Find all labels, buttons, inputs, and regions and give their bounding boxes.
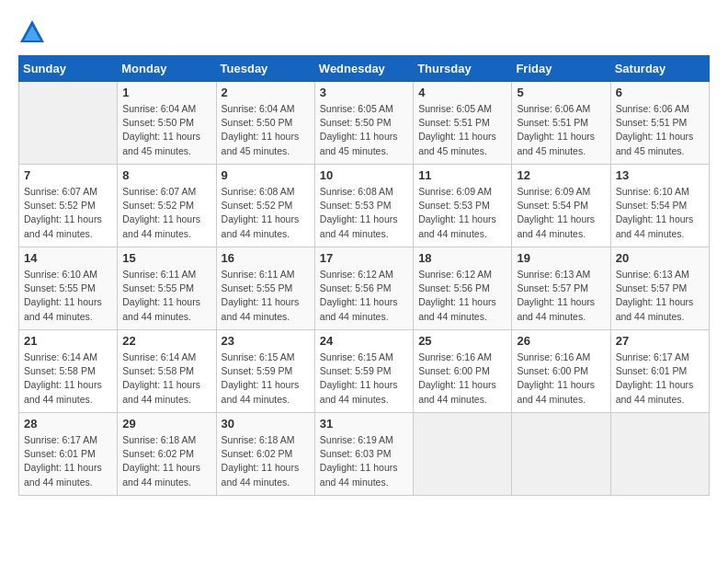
day-info: Sunrise: 6:15 AM Sunset: 5:59 PM Dayligh… [222,350,310,407]
day-number: 27 [616,334,704,348]
calendar-cell: 27Sunrise: 6:17 AM Sunset: 6:01 PM Dayli… [610,330,709,413]
day-info: Sunrise: 6:13 AM Sunset: 5:57 PM Dayligh… [616,268,704,324]
calendar-cell: 18Sunrise: 6:12 AM Sunset: 5:56 PM Dayli… [414,247,512,330]
day-number: 9 [222,168,310,182]
day-number: 1 [122,86,210,99]
day-info: Sunrise: 6:04 AM Sunset: 5:50 PM Dayligh… [122,102,210,158]
calendar-cell: 6Sunrise: 6:06 AM Sunset: 5:51 PM Daylig… [610,82,709,165]
day-info: Sunrise: 6:09 AM Sunset: 5:53 PM Dayligh… [418,185,506,241]
day-number: 7 [24,168,112,182]
day-info: Sunrise: 6:08 AM Sunset: 5:52 PM Dayligh… [222,185,310,241]
calendar-cell: 11Sunrise: 6:09 AM Sunset: 5:53 PM Dayli… [414,165,512,247]
calendar-cell: 4Sunrise: 6:05 AM Sunset: 5:51 PM Daylig… [414,82,512,165]
day-info: Sunrise: 6:14 AM Sunset: 5:58 PM Dayligh… [122,350,210,407]
day-info: Sunrise: 6:07 AM Sunset: 5:52 PM Dayligh… [24,185,112,241]
calendar-cell: 9Sunrise: 6:08 AM Sunset: 5:52 PM Daylig… [216,165,314,247]
day-info: Sunrise: 6:16 AM Sunset: 6:00 PM Dayligh… [418,350,506,407]
weekday-header: Sunday [19,56,118,82]
day-info: Sunrise: 6:12 AM Sunset: 5:56 PM Dayligh… [320,268,408,324]
calendar-cell: 28Sunrise: 6:17 AM Sunset: 6:01 PM Dayli… [19,413,118,496]
day-number: 5 [517,86,605,99]
calendar-week-row: 21Sunrise: 6:14 AM Sunset: 5:58 PM Dayli… [19,330,710,413]
calendar-week-row: 1Sunrise: 6:04 AM Sunset: 5:50 PM Daylig… [19,82,710,165]
day-info: Sunrise: 6:10 AM Sunset: 5:54 PM Dayligh… [616,185,704,241]
calendar-cell: 21Sunrise: 6:14 AM Sunset: 5:58 PM Dayli… [19,330,118,413]
calendar-cell: 13Sunrise: 6:10 AM Sunset: 5:54 PM Dayli… [610,165,709,247]
day-number: 12 [517,168,605,182]
day-number: 15 [122,251,210,265]
day-info: Sunrise: 6:06 AM Sunset: 5:51 PM Dayligh… [517,102,605,158]
calendar-cell: 30Sunrise: 6:18 AM Sunset: 6:02 PM Dayli… [216,413,314,496]
day-info: Sunrise: 6:05 AM Sunset: 5:50 PM Dayligh… [320,102,408,158]
day-number: 8 [122,168,210,182]
day-number: 24 [320,334,408,348]
day-number: 13 [616,168,704,182]
day-number: 26 [517,334,605,348]
day-info: Sunrise: 6:14 AM Sunset: 5:58 PM Dayligh… [24,350,112,407]
calendar-cell [414,413,512,496]
day-number: 11 [418,168,506,182]
day-info: Sunrise: 6:12 AM Sunset: 5:56 PM Dayligh… [418,268,506,324]
day-info: Sunrise: 6:04 AM Sunset: 5:50 PM Dayligh… [222,102,310,158]
day-number: 14 [24,251,112,265]
calendar-cell: 2Sunrise: 6:04 AM Sunset: 5:50 PM Daylig… [216,82,314,165]
logo-icon [18,18,46,46]
calendar-cell: 23Sunrise: 6:15 AM Sunset: 5:59 PM Dayli… [216,330,314,413]
day-info: Sunrise: 6:18 AM Sunset: 6:02 PM Dayligh… [122,433,210,489]
weekday-header: Saturday [610,56,709,82]
weekday-header: Monday [118,56,216,82]
calendar-week-row: 7Sunrise: 6:07 AM Sunset: 5:52 PM Daylig… [19,165,710,247]
weekday-header: Friday [512,56,610,82]
day-info: Sunrise: 6:17 AM Sunset: 6:01 PM Dayligh… [24,433,112,489]
calendar-cell: 8Sunrise: 6:07 AM Sunset: 5:52 PM Daylig… [118,165,216,247]
day-info: Sunrise: 6:07 AM Sunset: 5:52 PM Dayligh… [122,185,210,241]
day-info: Sunrise: 6:13 AM Sunset: 5:57 PM Dayligh… [517,268,605,324]
calendar-table: SundayMondayTuesdayWednesdayThursdayFrid… [18,55,710,496]
calendar-cell: 1Sunrise: 6:04 AM Sunset: 5:50 PM Daylig… [118,82,216,165]
day-info: Sunrise: 6:11 AM Sunset: 5:55 PM Dayligh… [122,268,210,324]
day-number: 16 [222,251,310,265]
day-number: 18 [418,251,506,265]
calendar-cell: 16Sunrise: 6:11 AM Sunset: 5:55 PM Dayli… [216,247,314,330]
day-number: 22 [122,334,210,348]
calendar-cell: 17Sunrise: 6:12 AM Sunset: 5:56 PM Dayli… [314,247,413,330]
calendar-cell: 25Sunrise: 6:16 AM Sunset: 6:00 PM Dayli… [414,330,512,413]
day-info: Sunrise: 6:09 AM Sunset: 5:54 PM Dayligh… [517,185,605,241]
calendar-cell: 3Sunrise: 6:05 AM Sunset: 5:50 PM Daylig… [314,82,413,165]
day-number: 28 [24,417,112,431]
weekday-header: Tuesday [216,56,314,82]
day-number: 6 [616,86,704,99]
day-number: 29 [122,417,210,431]
day-info: Sunrise: 6:17 AM Sunset: 6:01 PM Dayligh… [616,350,704,407]
calendar-cell: 12Sunrise: 6:09 AM Sunset: 5:54 PM Dayli… [512,165,610,247]
day-info: Sunrise: 6:06 AM Sunset: 5:51 PM Dayligh… [616,102,704,158]
calendar-cell: 22Sunrise: 6:14 AM Sunset: 5:58 PM Dayli… [118,330,216,413]
weekday-header-row: SundayMondayTuesdayWednesdayThursdayFrid… [19,56,710,82]
calendar-cell [512,413,610,496]
day-info: Sunrise: 6:10 AM Sunset: 5:55 PM Dayligh… [24,268,112,324]
calendar-cell: 31Sunrise: 6:19 AM Sunset: 6:03 PM Dayli… [314,413,413,496]
day-number: 30 [222,417,310,431]
calendar-cell: 26Sunrise: 6:16 AM Sunset: 6:00 PM Dayli… [512,330,610,413]
day-number: 23 [222,334,310,348]
calendar-cell: 7Sunrise: 6:07 AM Sunset: 5:52 PM Daylig… [19,165,118,247]
calendar-cell [19,82,118,165]
day-number: 3 [320,86,408,99]
calendar-cell: 5Sunrise: 6:06 AM Sunset: 5:51 PM Daylig… [512,82,610,165]
calendar-cell: 10Sunrise: 6:08 AM Sunset: 5:53 PM Dayli… [314,165,413,247]
calendar-cell: 20Sunrise: 6:13 AM Sunset: 5:57 PM Dayli… [610,247,709,330]
weekday-header: Thursday [414,56,512,82]
page-header [18,18,710,46]
calendar-cell: 15Sunrise: 6:11 AM Sunset: 5:55 PM Dayli… [118,247,216,330]
calendar-cell: 24Sunrise: 6:15 AM Sunset: 5:59 PM Dayli… [314,330,413,413]
day-number: 17 [320,251,408,265]
day-number: 19 [517,251,605,265]
day-info: Sunrise: 6:05 AM Sunset: 5:51 PM Dayligh… [418,102,506,158]
calendar-cell [610,413,709,496]
calendar-week-row: 14Sunrise: 6:10 AM Sunset: 5:55 PM Dayli… [19,247,710,330]
day-number: 2 [222,86,310,99]
day-number: 21 [24,334,112,348]
day-info: Sunrise: 6:11 AM Sunset: 5:55 PM Dayligh… [222,268,310,324]
day-number: 10 [320,168,408,182]
day-info: Sunrise: 6:19 AM Sunset: 6:03 PM Dayligh… [320,433,408,489]
